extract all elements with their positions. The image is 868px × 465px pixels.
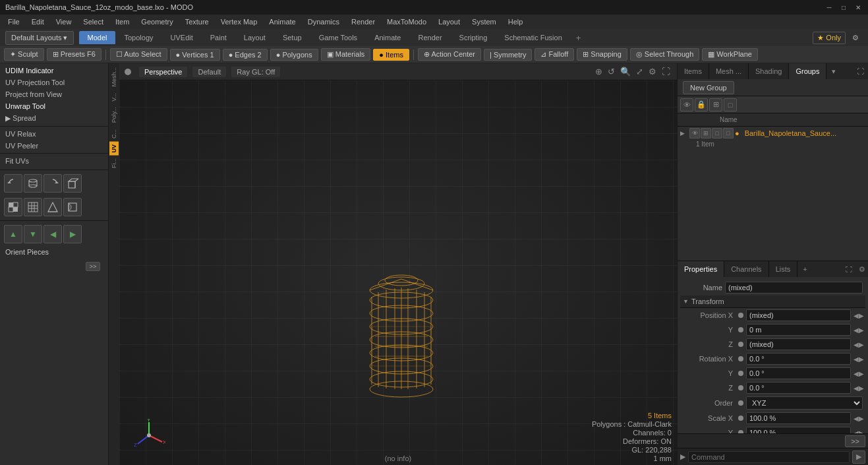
layout-tab-topology[interactable]: Topology xyxy=(115,31,161,44)
side-tab-mesh[interactable]: Mesh... xyxy=(110,65,118,90)
rotation-y-input[interactable] xyxy=(746,367,851,379)
viewport-settings-icon[interactable]: ⚙ xyxy=(647,65,658,78)
menu-item-select[interactable]: Select xyxy=(78,16,109,27)
menu-item-item[interactable]: Item xyxy=(110,16,134,27)
position-x-input[interactable] xyxy=(746,309,851,321)
tab-channels[interactable]: Channels xyxy=(724,261,768,277)
expand-button[interactable]: >> xyxy=(86,262,100,271)
raygl-label[interactable]: Ray GL: Off xyxy=(231,67,280,77)
layout-tab-schematic-fusion[interactable]: Schematic Fusion xyxy=(496,31,570,44)
scale-x-dial[interactable]: ◀▶ xyxy=(854,415,863,422)
transform-section[interactable]: ▼ Transform xyxy=(680,295,865,308)
eye-icon[interactable]: 👁 xyxy=(680,98,693,111)
vis-render[interactable]: ⊞ xyxy=(701,128,711,139)
project-from-view[interactable]: Project from View xyxy=(0,88,108,100)
arrow-up-btn[interactable]: ▲ xyxy=(4,225,22,243)
side-tab-poly[interactable]: Poly... xyxy=(110,104,118,125)
menu-item-edit[interactable]: Edit xyxy=(26,16,49,27)
rot-y-dial[interactable]: ◀▶ xyxy=(854,370,863,377)
pos-x-dial[interactable]: ◀▶ xyxy=(854,312,863,319)
viewport-zoom-icon[interactable]: 🔍 xyxy=(619,65,632,78)
layout-tab-animate[interactable]: Animate xyxy=(366,31,409,44)
items-button[interactable]: ● Items xyxy=(373,49,409,61)
vis-box[interactable]: □ xyxy=(723,128,734,139)
command-input[interactable] xyxy=(688,451,850,463)
uv-relax[interactable]: UV Relax xyxy=(0,128,108,140)
side-tab-fi[interactable]: Fi... xyxy=(110,156,118,171)
scale-x-input[interactable] xyxy=(746,412,851,424)
menu-item-help[interactable]: Help xyxy=(503,16,529,27)
box-icon[interactable]: □ xyxy=(724,98,737,111)
minimize-button[interactable]: ─ xyxy=(825,3,834,12)
fit-uvs[interactable]: Fit UVs xyxy=(0,155,108,167)
spread-tool[interactable]: ▶ Spread xyxy=(0,112,108,125)
menu-item-render[interactable]: Render xyxy=(346,16,380,27)
uv-projection-tool[interactable]: UV Projection Tool xyxy=(0,77,108,88)
vis-lock[interactable]: □ xyxy=(712,128,722,139)
maximize-button[interactable]: □ xyxy=(839,3,848,12)
rotate-right-icon[interactable] xyxy=(43,174,62,193)
layout-dropdown[interactable]: Default Layouts ▾ xyxy=(5,31,74,45)
pos-y-dial[interactable]: ◀▶ xyxy=(854,326,863,334)
lock-icon[interactable]: 🔒 xyxy=(695,98,708,111)
rot-z-dial[interactable]: ◀▶ xyxy=(854,385,863,392)
arrow-right-btn[interactable]: ▶ xyxy=(63,225,82,243)
polygons-button[interactable]: ● Polygons xyxy=(270,49,318,61)
close-button[interactable]: ✕ xyxy=(854,3,863,12)
layout-gear-button[interactable]: ⚙ xyxy=(848,32,863,44)
cylinder-icon[interactable] xyxy=(24,174,42,193)
layout-tab-layout[interactable]: Layout xyxy=(235,31,274,44)
order-select[interactable]: XYZ XZY YXZ YZX ZXY ZYX xyxy=(746,396,863,410)
falloff-button[interactable]: ⊿ Falloff xyxy=(535,48,574,61)
name-input[interactable] xyxy=(725,282,863,294)
snapping-button[interactable]: ⊞ Snapping xyxy=(577,48,627,61)
render-icon[interactable]: ⊞ xyxy=(709,98,722,111)
select-through-button[interactable]: ◎ Select Through xyxy=(630,48,699,61)
props-nav-forward[interactable]: >> xyxy=(845,435,865,447)
uv-peeler[interactable]: UV Peeler xyxy=(0,140,108,152)
layout-tab-render[interactable]: Render xyxy=(409,31,450,44)
rotation-z-input[interactable] xyxy=(746,382,851,394)
layout-tab-paint[interactable]: Paint xyxy=(202,31,235,44)
position-y-input[interactable] xyxy=(746,324,851,336)
tab-lists[interactable]: Lists xyxy=(769,261,798,277)
scale-y-input[interactable] xyxy=(746,427,851,433)
position-z-input[interactable] xyxy=(746,338,851,350)
menu-item-texture[interactable]: Texture xyxy=(180,16,214,27)
viewport-refresh-icon[interactable]: ↺ xyxy=(606,65,616,78)
arrow-left-btn[interactable]: ◀ xyxy=(43,225,62,243)
vertices-button[interactable]: ● Vertices 1 xyxy=(170,49,220,61)
side-tab-c[interactable]: C... xyxy=(110,127,118,141)
menu-item-view[interactable]: View xyxy=(51,16,77,27)
side-tab-v[interactable]: V... xyxy=(110,90,118,104)
menu-item-system[interactable]: System xyxy=(467,16,502,27)
udim-indicator[interactable]: UDIM Indicator xyxy=(0,65,108,77)
menu-item-file[interactable]: File xyxy=(3,16,25,27)
layout-tab-uvedit[interactable]: UVEdit xyxy=(162,31,202,44)
menu-item-dynamics[interactable]: Dynamics xyxy=(303,16,345,27)
auto-select-button[interactable]: ☐ Auto Select xyxy=(110,48,167,61)
pos-z-dial[interactable]: ◀▶ xyxy=(854,341,863,348)
layout-tab-setup[interactable]: Setup xyxy=(274,31,310,44)
layout-tab-scripting[interactable]: Scripting xyxy=(451,31,496,44)
checker-icon[interactable] xyxy=(4,198,22,216)
sculpt-mode-button[interactable]: ✦ Sculpt xyxy=(4,48,44,61)
tab-properties[interactable]: Properties xyxy=(678,261,724,277)
viewport-fullscreen-icon[interactable]: ⛶ xyxy=(660,65,672,78)
viewport-rotate-icon[interactable]: ⊕ xyxy=(594,65,604,78)
layout-tab-game-tools[interactable]: Game Tools xyxy=(310,31,366,44)
tab-shading[interactable]: Shading xyxy=(749,63,789,79)
unwrap-tool[interactable]: Unwrap Tool xyxy=(0,100,108,112)
rot-x-dial[interactable]: ◀▶ xyxy=(854,356,863,363)
arrow-down-btn[interactable]: ▼ xyxy=(24,225,42,243)
layout-tab-add[interactable]: + xyxy=(571,31,587,45)
star-only-button[interactable]: ★ Only xyxy=(813,32,846,44)
panel-tab-chevron[interactable]: ▾ xyxy=(826,63,841,79)
cmd-run-button[interactable]: ▶ xyxy=(852,450,865,464)
perspective-icon[interactable] xyxy=(63,198,82,216)
rotate-left-icon[interactable] xyxy=(4,174,22,193)
presets-button[interactable]: ⊞ Presets F6 xyxy=(47,48,101,61)
menu-item-vertex map[interactable]: Vertex Map xyxy=(216,16,263,27)
menu-item-layout[interactable]: Layout xyxy=(433,16,465,27)
menu-item-geometry[interactable]: Geometry xyxy=(136,16,178,27)
